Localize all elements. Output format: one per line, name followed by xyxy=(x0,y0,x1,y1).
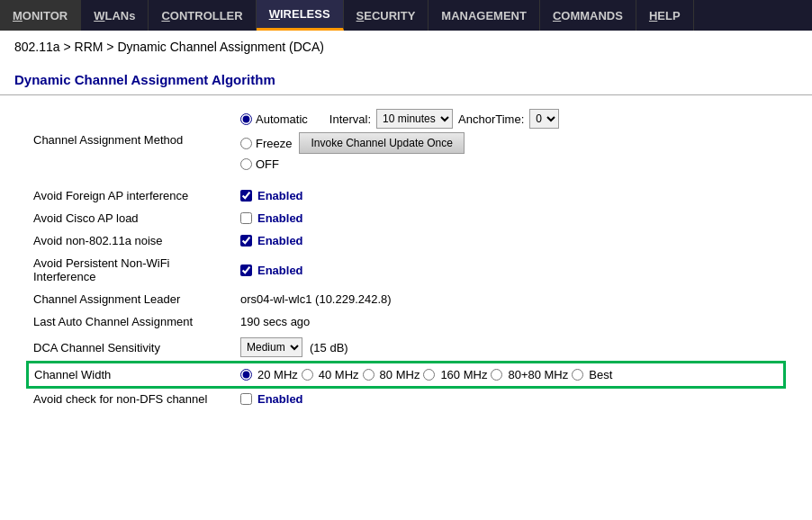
anchor-label: AnchorTime: xyxy=(458,112,524,126)
row-avoid-non-80211a: Avoid non-802.11a noise Enabled xyxy=(28,229,784,252)
inline-selects: Interval: 10 minutes 1 hour 6 hours 24 h… xyxy=(329,109,559,129)
checkbox-label-avoid-cisco-ap[interactable]: Enabled xyxy=(240,211,779,225)
sensitivity-select[interactable]: Low Medium High xyxy=(240,337,302,357)
row-avoid-cisco-ap: Avoid Cisco AP load Enabled xyxy=(28,207,784,229)
row-avoid-dfs: Avoid check for non-DFS channel Enabled xyxy=(28,387,784,410)
label-avoid-persistent: Avoid Persistent Non-WiFi Interference xyxy=(28,252,235,288)
value-channel-method: Automatic Interval: 10 minutes 1 hour 6 … xyxy=(235,104,784,175)
mhz-options: 20 MHz 40 MHz 80 MHz 160 MHz xyxy=(240,368,778,381)
checkbox-avoid-persistent[interactable] xyxy=(240,264,252,276)
nav-help[interactable]: HELP xyxy=(636,0,694,31)
label-last-auto: Last Auto Channel Assignment xyxy=(28,310,235,333)
nav-commands[interactable]: COMMANDS xyxy=(540,0,636,31)
form-area: Channel Assignment Method Automatic Inte… xyxy=(0,95,812,419)
row-dca-sensitivity: DCA Channel Sensitivity Low Medium High … xyxy=(28,333,784,363)
radio-best[interactable] xyxy=(572,369,583,381)
auto-row: Automatic Interval: 10 minutes 1 hour 6 … xyxy=(240,109,779,129)
radio-40mhz[interactable] xyxy=(302,369,313,381)
mhz-20-label[interactable]: 20 MHz xyxy=(240,368,298,381)
label-avoid-cisco-ap: Avoid Cisco AP load xyxy=(28,207,235,229)
freeze-row: Freeze Invoke Channel Update Once xyxy=(240,132,779,154)
value-avoid-foreign-ap: Enabled xyxy=(235,184,784,207)
main-nav: MONITOR WLANs CONTROLLER WIRELESS SECURI… xyxy=(0,0,812,31)
anchor-select[interactable]: 0 1 2 xyxy=(529,109,559,129)
off-row: OFF xyxy=(240,157,779,171)
spacer-row-1 xyxy=(28,175,784,184)
sensitivity-db: (15 dB) xyxy=(310,341,348,354)
label-avoid-foreign-ap: Avoid Foreign AP interference xyxy=(28,184,235,207)
interval-select[interactable]: 10 minutes 1 hour 6 hours 24 hours xyxy=(376,109,453,129)
form-table: Channel Assignment Method Automatic Inte… xyxy=(27,104,785,410)
label-avoid-non-80211a: Avoid non-802.11a noise xyxy=(28,229,235,252)
row-channel-width: Channel Width 20 MHz 40 MHz 80 MHz xyxy=(28,363,784,387)
mhz-80plus80-label[interactable]: 80+80 MHz xyxy=(491,368,568,381)
radio-80plus80mhz[interactable] xyxy=(491,369,502,381)
checkbox-label-avoid-persistent[interactable]: Enabled xyxy=(240,264,779,277)
value-last-auto: 190 secs ago xyxy=(235,310,784,333)
interval-label: Interval: xyxy=(329,112,371,126)
value-channel-width: 20 MHz 40 MHz 80 MHz 160 MHz xyxy=(235,363,784,387)
value-avoid-cisco-ap: Enabled xyxy=(235,207,784,229)
checkbox-label-avoid-foreign-ap[interactable]: Enabled xyxy=(240,189,779,202)
nav-wlans[interactable]: WLANs xyxy=(81,0,149,31)
mhz-80-label[interactable]: 80 MHz xyxy=(363,368,420,381)
radio-20mhz[interactable] xyxy=(240,369,252,381)
label-channel-method: Channel Assignment Method xyxy=(28,104,235,175)
radio-auto[interactable] xyxy=(240,113,252,125)
mhz-160-label[interactable]: 160 MHz xyxy=(423,368,487,381)
checkbox-avoid-foreign-ap[interactable] xyxy=(240,190,252,202)
radio-80mhz[interactable] xyxy=(363,369,374,381)
checkbox-avoid-cisco-ap[interactable] xyxy=(240,212,252,224)
checkbox-label-avoid-dfs[interactable]: Enabled xyxy=(240,392,779,406)
label-channel-width: Channel Width xyxy=(28,363,235,387)
checkbox-avoid-non-80211a[interactable] xyxy=(240,235,252,247)
nav-controller[interactable]: CONTROLLER xyxy=(149,0,256,31)
breadcrumb: 802.11a > RRM > Dynamic Channel Assignme… xyxy=(0,31,812,58)
radio-160mhz[interactable] xyxy=(423,369,435,381)
mhz-40-label[interactable]: 40 MHz xyxy=(302,368,359,381)
value-avoid-dfs: Enabled xyxy=(235,387,784,410)
radio-label-freeze[interactable]: Freeze xyxy=(240,137,292,150)
row-avoid-persistent: Avoid Persistent Non-WiFi Interference E… xyxy=(28,252,784,288)
value-dca-sensitivity: Low Medium High (15 dB) xyxy=(235,333,784,363)
row-channel-leader: Channel Assignment Leader ors04-wl-wlc1 … xyxy=(28,288,784,310)
row-channel-method: Channel Assignment Method Automatic Inte… xyxy=(28,104,784,175)
radio-label-auto[interactable]: Automatic xyxy=(240,112,308,126)
nav-wireless[interactable]: WIRELESS xyxy=(257,0,344,31)
mhz-best-label[interactable]: Best xyxy=(572,368,612,381)
label-avoid-dfs: Avoid check for non-DFS channel xyxy=(28,387,235,410)
checkbox-label-avoid-non-80211a[interactable]: Enabled xyxy=(240,234,779,247)
radio-label-off[interactable]: OFF xyxy=(240,157,279,171)
nav-management[interactable]: MANAGEMENT xyxy=(429,0,540,31)
value-avoid-persistent: Enabled xyxy=(235,252,784,288)
value-channel-leader: ors04-wl-wlc1 (10.229.242.8) xyxy=(235,288,784,310)
label-channel-leader: Channel Assignment Leader xyxy=(28,288,235,310)
invoke-button[interactable]: Invoke Channel Update Once xyxy=(299,132,464,154)
checkbox-avoid-dfs[interactable] xyxy=(240,393,252,405)
radio-off[interactable] xyxy=(240,158,252,170)
radio-freeze[interactable] xyxy=(240,138,252,149)
row-last-auto: Last Auto Channel Assignment 190 secs ag… xyxy=(28,310,784,333)
nav-security[interactable]: SECURITY xyxy=(344,0,429,31)
section-title: Dynamic Channel Assignment Algorithm xyxy=(0,65,812,95)
nav-monitor[interactable]: MONITOR xyxy=(0,0,81,31)
row-avoid-foreign-ap: Avoid Foreign AP interference Enabled xyxy=(28,184,784,207)
value-avoid-non-80211a: Enabled xyxy=(235,229,784,252)
label-dca-sensitivity: DCA Channel Sensitivity xyxy=(28,333,235,363)
